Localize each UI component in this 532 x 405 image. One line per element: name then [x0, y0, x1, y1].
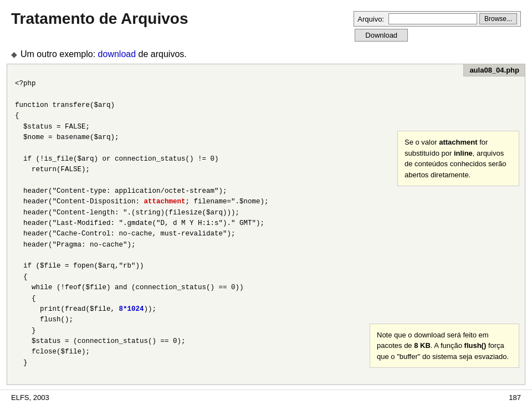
code-area: <?php function transfere($arq) { $status… — [15, 79, 303, 368]
subtitle-before: Um outro exemplo: — [21, 49, 98, 59]
file-form: Arquivo: Browse... Download — [354, 11, 521, 42]
file-input-row: Arquivo: Browse... — [354, 11, 521, 27]
browse-button[interactable]: Browse... — [479, 13, 517, 24]
tooltip2-word2: flush() — [464, 341, 487, 350]
page-footer: ELFS, 2003 187 — [0, 389, 532, 405]
tooltip1-word1: attachment — [439, 138, 477, 146]
tooltip-box-1: Se o valor attachment for substituído po… — [397, 131, 519, 186]
main-content: aula08_04.php <?php function transfere($… — [7, 64, 525, 385]
page-header: Tratamento de Arquivos Arquivo: Browse..… — [0, 0, 532, 47]
subtitle-row: ◆ Um outro exemplo: download de arquivos… — [0, 47, 532, 64]
tooltip1-before: Se o valor — [405, 138, 439, 146]
footer-left: ELFS, 2003 — [11, 393, 49, 402]
subtitle-link[interactable]: download — [98, 49, 136, 59]
bullet-icon: ◆ — [11, 50, 17, 59]
download-button[interactable]: Download — [355, 29, 408, 42]
filename-badge: aula08_04.php — [463, 64, 525, 76]
tooltip2-mid: . A função — [431, 341, 464, 350]
page-title: Tratamento de Arquivos — [11, 10, 188, 28]
footer-right: 187 — [509, 393, 521, 402]
subtitle-text: Um outro exemplo: download de arquivos. — [21, 49, 187, 59]
file-label: Arquivo: — [357, 15, 384, 23]
file-text-input[interactable] — [388, 13, 477, 24]
tooltip1-word2: inline — [454, 149, 473, 157]
subtitle-after: de arquivos. — [136, 49, 187, 59]
tooltip-box-2: Note que o download será feito em pacote… — [370, 324, 519, 368]
tooltip2-word1: 8 KB — [414, 341, 431, 350]
